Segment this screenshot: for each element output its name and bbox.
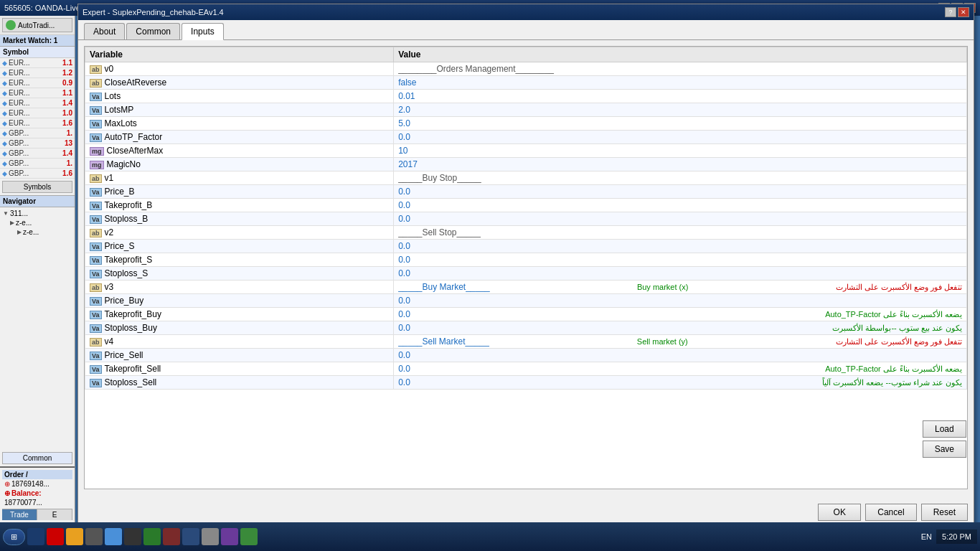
taskbar-icon-mt4[interactable] [27,528,44,545]
value-cell[interactable]: 0.0Auto_TP-Factor يضعه الأكسبرت بناءً عل… [394,308,967,321]
table-row[interactable]: VaLotsMP2.0 [85,103,967,117]
cancel-button[interactable]: Cancel [865,504,916,521]
taskbar-icon-8[interactable] [221,528,238,545]
value-cell[interactable]: 0.0Auto_TP-Factor يضعه الأكسبرت بناءً عل… [394,362,967,376]
taskbar-icon-6[interactable] [182,528,199,545]
symbol-row[interactable]: ◆GBP...1.6 [0,169,75,179]
table-row[interactable]: abv1_____Buy Stop_____ [85,171,967,185]
nav-item[interactable]: ▶ z-e... [1,218,73,227]
table-row[interactable]: abv2_____Sell Stop_____ [85,226,967,240]
symbol-row[interactable]: ◆EUR...1.4 [0,98,75,108]
value-cell[interactable]: 0.0 [394,240,967,253]
symbol-row[interactable]: ◆EUR...1.1 [0,88,75,98]
save-button[interactable]: Save [923,441,966,458]
value-cell[interactable]: 2.0 [394,103,967,117]
value-cell[interactable]: 0.0يكون عند بيع ستوب --بواسطة الأكسبرت [394,321,967,335]
dialog-bottom-buttons[interactable]: OK Cancel Reset [818,504,968,521]
symbol-row[interactable]: ◆GBP...1. [0,128,75,138]
value-cell[interactable]: _____Buy Market_____Buy market (x)تتفعل … [394,281,967,294]
taskbar-icon-2[interactable] [105,528,122,545]
table-row[interactable]: mgMagicNo2017 [85,158,967,171]
value-cell[interactable]: 0.0 [394,253,967,267]
table-row[interactable]: abv3_____Buy Market_____Buy market (x)تت… [85,281,967,294]
table-row[interactable]: VaStoploss_Sell0.0يكون عند شراء ستوب-- ي… [85,376,967,390]
table-row[interactable]: VaPrice_Sell0.0 [85,349,967,362]
value-cell[interactable]: 0.0 [394,185,967,199]
tab-common[interactable]: Common [126,23,180,39]
value-cell[interactable]: _____Buy Stop_____ [394,171,967,185]
value-cell[interactable]: _____Sell Market_____Sell market (y)تتفع… [394,335,967,349]
nav-item[interactable]: ▶ z-e... [1,227,73,237]
tab-about[interactable]: About [84,23,125,39]
value-cell[interactable]: 2017 [394,158,967,171]
value-cell[interactable]: 0.0 [394,212,967,226]
tab-inputs[interactable]: Inputs [182,23,224,40]
ok-button[interactable]: OK [818,504,861,521]
load-button[interactable]: Load [923,420,966,438]
variable-cell: VaStoploss_B [85,212,394,226]
dialog-close-button[interactable]: ✕ [958,7,969,17]
table-row[interactable]: VaTakeprofit_S0.0 [85,253,967,267]
dialog-help-button[interactable]: ? [945,7,956,17]
value-cell[interactable]: 0.0يكون عند شراء ستوب-- يضعه الأكسبرت آل… [394,376,967,390]
value-cell[interactable]: false [394,76,967,90]
symbol-row[interactable]: ◆EUR...1.2 [0,68,75,78]
symbol-row[interactable]: ◆EUR...1.6 [0,118,75,128]
value-cell[interactable]: 5.0 [394,117,967,131]
variable-cell: VaTakeprofit_Sell [85,362,394,376]
table-row[interactable]: VaStoploss_B0.0 [85,212,967,226]
table-row[interactable]: VaMaxLots5.0 [85,117,967,131]
taskbar-icon-ie[interactable] [66,528,83,545]
table-row[interactable]: abv4_____Sell Market_____Sell market (y)… [85,335,967,349]
start-button[interactable]: ⊞ [3,529,25,545]
symbol-header: Symbol [0,47,75,58]
taskbar-icon-5[interactable] [163,528,180,545]
symbol-row[interactable]: ◆GBP...1.4 [0,149,75,159]
common-tab-left-button[interactable]: Common [2,452,72,464]
taskbar-icon-1[interactable] [85,528,103,545]
symbols-button[interactable]: Symbols [2,181,72,193]
table-row[interactable]: mgCloseAfterMax10 [85,144,967,158]
taskbar-icon-9[interactable] [240,528,258,545]
dialog-title-controls[interactable]: ? ✕ [945,7,969,17]
table-row[interactable]: VaTakeprofit_Sell0.0Auto_TP-Factor يضعه … [85,362,967,376]
table-row[interactable]: VaLots0.01 [85,90,967,103]
value-cell[interactable]: ________Orders Management________ [394,62,967,76]
table-row[interactable]: abCloseAtReversefalse [85,76,967,90]
table-row[interactable]: VaStoploss_S0.0 [85,267,967,281]
taskbar-icon-7[interactable] [202,528,219,545]
table-row[interactable]: VaPrice_Buy0.0 [85,294,967,308]
load-save-area[interactable]: Load Save [923,420,966,458]
taskbar-icon-red[interactable] [47,528,64,545]
table-row[interactable]: VaTakeprofit_Buy0.0Auto_TP-Factor يضعه ا… [85,308,967,321]
table-row[interactable]: VaPrice_B0.0 [85,185,967,199]
value-cell[interactable]: _____Sell Stop_____ [394,226,967,240]
taskbar-icon-4[interactable] [143,528,161,545]
table-row[interactable]: abv0________Orders Management________ [85,62,967,76]
value-cell[interactable]: 0.01 [394,90,967,103]
navigator-header: Navigator [0,195,75,207]
symbol-row[interactable]: ◆GBP...1. [0,159,75,169]
value-cell[interactable]: 0.0 [394,267,967,281]
table-row[interactable]: VaPrice_S0.0 [85,240,967,253]
nav-item[interactable]: ▼ 311... [1,209,73,218]
table-row[interactable]: VaStoploss_Buy0.0يكون عند بيع ستوب --بوا… [85,321,967,335]
taskbar-icon-3[interactable] [124,528,141,545]
value-cell[interactable]: 0.0 [394,131,967,144]
ea-tab[interactable]: E [37,509,72,520]
symbol-row[interactable]: ◆EUR...0.9 [0,78,75,88]
variable-cell: VaPrice_Buy [85,294,394,308]
symbol-row[interactable]: ◆EUR...1.1 [0,58,75,68]
autotrading-button[interactable]: AutoTradi... [2,18,72,32]
value-cell[interactable]: 0.0 [394,199,967,212]
value-cell[interactable]: 0.0 [394,349,967,362]
trade-tab[interactable]: Trade [2,509,37,520]
reset-button[interactable]: Reset [921,504,968,521]
trade-ea-tabs[interactable]: Trade E [2,509,72,520]
table-row[interactable]: VaAutoTP_Factor0.0 [85,131,967,144]
value-cell[interactable]: 0.0 [394,294,967,308]
value-cell[interactable]: 10 [394,144,967,158]
symbol-row[interactable]: ◆GBP...13 [0,138,75,149]
symbol-row[interactable]: ◆EUR...1.0 [0,108,75,118]
table-row[interactable]: VaTakeprofit_B0.0 [85,199,967,212]
